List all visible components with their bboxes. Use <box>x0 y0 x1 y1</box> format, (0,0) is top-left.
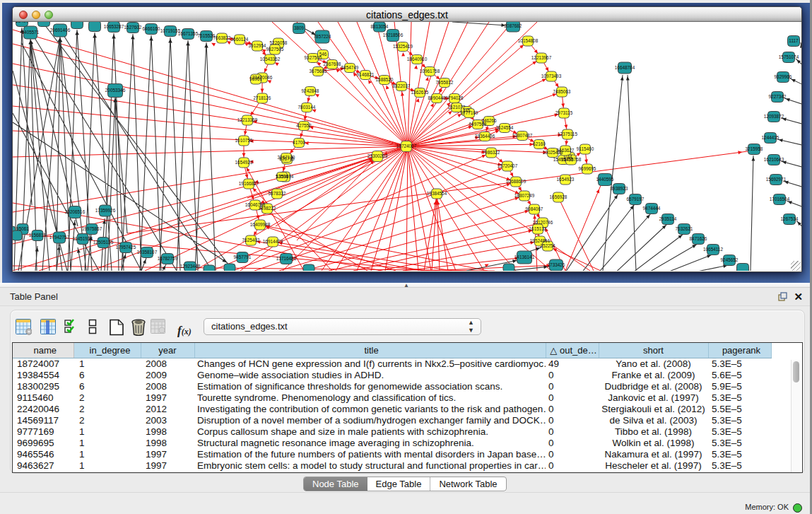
svg-text:1440595: 1440595 <box>596 177 614 182</box>
svg-text:7625402: 7625402 <box>242 238 260 243</box>
svg-text:2087682: 2087682 <box>505 23 522 28</box>
svg-text:13716485: 13716485 <box>276 256 297 261</box>
svg-text:10688609: 10688609 <box>506 179 526 184</box>
svg-text:17957425: 17957425 <box>116 245 136 250</box>
svg-text:1156819: 1156819 <box>29 233 47 238</box>
svg-text:17359926: 17359926 <box>95 208 116 213</box>
svg-text:17016504: 17016504 <box>770 197 790 201</box>
svg-text:1362615: 1362615 <box>411 90 429 95</box>
svg-text:2718126: 2718126 <box>254 95 271 100</box>
svg-text:1117: 1117 <box>789 38 799 43</box>
svg-text:19166827: 19166827 <box>239 181 259 186</box>
svg-text:3912954: 3912954 <box>249 43 266 48</box>
svg-text:7485063: 7485063 <box>553 89 571 94</box>
svg-text:16648784: 16648784 <box>615 65 635 70</box>
svg-text:12213967: 12213967 <box>531 55 552 60</box>
svg-text:19524861: 19524861 <box>530 238 551 243</box>
svg-text:1527602: 1527602 <box>124 25 142 30</box>
svg-text:62160: 62160 <box>533 141 546 146</box>
svg-text:14136141: 14136141 <box>514 255 535 259</box>
svg-text:546: 546 <box>319 52 327 57</box>
svg-text:7663822: 7663822 <box>213 35 231 40</box>
svg-text:3267130: 3267130 <box>278 155 295 160</box>
svg-text:9245652: 9245652 <box>721 257 739 262</box>
svg-text:12093872: 12093872 <box>764 114 784 119</box>
svg-text:19384554: 19384554 <box>427 191 447 196</box>
svg-text:9084067: 9084067 <box>526 206 543 211</box>
svg-text:2367608: 2367608 <box>324 62 341 66</box>
svg-text:15751074: 15751074 <box>779 54 799 59</box>
svg-text:9115460: 9115460 <box>577 146 594 151</box>
svg-text:19218506: 19218506 <box>383 33 404 37</box>
svg-text:17942757: 17942757 <box>49 235 70 240</box>
svg-text:1615132: 1615132 <box>529 226 547 231</box>
svg-text:8471626: 8471626 <box>690 236 707 241</box>
svg-text:10973493: 10973493 <box>541 74 562 78</box>
svg-text:11451934: 11451934 <box>73 236 93 241</box>
svg-text:3624554: 3624554 <box>496 125 514 130</box>
svg-text:2935114: 2935114 <box>659 216 677 221</box>
svg-text:95061: 95061 <box>16 226 29 231</box>
svg-text:15495768: 15495768 <box>561 157 582 162</box>
svg-text:1010755: 1010755 <box>235 138 253 143</box>
svg-text:18807249: 18807249 <box>514 193 535 198</box>
svg-text:3809: 3809 <box>294 25 305 30</box>
svg-text:3675685: 3675685 <box>310 69 327 74</box>
svg-text:10654112: 10654112 <box>703 247 723 252</box>
svg-text:98961: 98961 <box>249 76 262 81</box>
svg-text:7803144: 7803144 <box>298 105 316 110</box>
svg-text:18724007: 18724007 <box>396 144 417 148</box>
svg-text:1588520: 1588520 <box>376 77 394 82</box>
svg-text:9777169: 9777169 <box>461 110 478 115</box>
svg-text:7857224: 7857224 <box>314 34 331 39</box>
svg-text:11325419: 11325419 <box>393 44 413 49</box>
svg-text:53594: 53594 <box>276 174 288 179</box>
svg-text:9699695: 9699695 <box>579 166 596 171</box>
svg-text:3498222: 3498222 <box>259 206 276 211</box>
svg-text:3660124: 3660124 <box>231 37 249 42</box>
svg-text:8454749: 8454749 <box>341 65 359 70</box>
svg-text:18640910: 18640910 <box>407 57 428 62</box>
svg-text:6579197: 6579197 <box>627 197 645 201</box>
svg-text:12213369: 12213369 <box>237 117 258 122</box>
svg-text:12505135: 12505135 <box>93 240 114 245</box>
svg-text:10358107: 10358107 <box>137 250 158 255</box>
svg-text:1840..: 1840.. <box>16 22 28 23</box>
svg-text:10653287: 10653287 <box>104 24 124 29</box>
svg-text:19975867: 19975867 <box>82 226 102 231</box>
svg-text:10543362: 10543362 <box>260 57 281 62</box>
svg-text:16409948: 16409948 <box>250 222 271 227</box>
svg-text:9827505: 9827505 <box>266 47 284 52</box>
svg-text:7986322: 7986322 <box>483 150 500 155</box>
svg-text:8813054: 8813054 <box>371 24 389 29</box>
svg-text:10807487: 10807487 <box>512 133 533 138</box>
svg-text:10961758: 10961758 <box>420 69 440 74</box>
svg-text:15692971: 15692971 <box>766 177 787 182</box>
svg-text:252254: 252254 <box>540 243 555 248</box>
svg-text:23300203: 23300203 <box>367 153 388 158</box>
svg-text:8938923: 8938923 <box>611 186 628 191</box>
svg-text:5226058: 5226058 <box>270 40 288 45</box>
svg-text:9146821: 9146821 <box>357 72 375 77</box>
svg-text:20691406: 20691406 <box>50 28 71 33</box>
svg-text:7632621: 7632621 <box>676 226 693 231</box>
svg-text:8990448: 8990448 <box>428 95 446 100</box>
svg-text:21364436: 21364436 <box>475 134 495 139</box>
svg-text:16782759: 16782759 <box>158 256 178 261</box>
svg-text:9794028: 9794028 <box>446 95 464 100</box>
svg-text:1656928: 1656928 <box>550 194 567 199</box>
svg-text:9329966: 9329966 <box>775 74 792 79</box>
svg-text:9463627: 9463627 <box>557 148 575 153</box>
svg-text:12923448: 12923448 <box>180 264 201 269</box>
svg-text:7955812: 7955812 <box>436 80 454 85</box>
svg-text:3215958: 3215958 <box>746 146 763 151</box>
svg-text:9457791: 9457791 <box>234 255 252 259</box>
svg-text:12375115: 12375115 <box>558 132 577 136</box>
svg-text:16914479: 16914479 <box>263 239 283 244</box>
svg-text:9242848: 9242848 <box>302 88 319 93</box>
svg-text:41700: 41700 <box>293 140 305 145</box>
svg-text:6497568: 6497568 <box>469 122 487 127</box>
svg-text:20206516: 20206516 <box>65 209 86 214</box>
svg-text:20053346: 20053346 <box>105 88 126 93</box>
svg-text:1244415: 1244415 <box>762 135 779 140</box>
